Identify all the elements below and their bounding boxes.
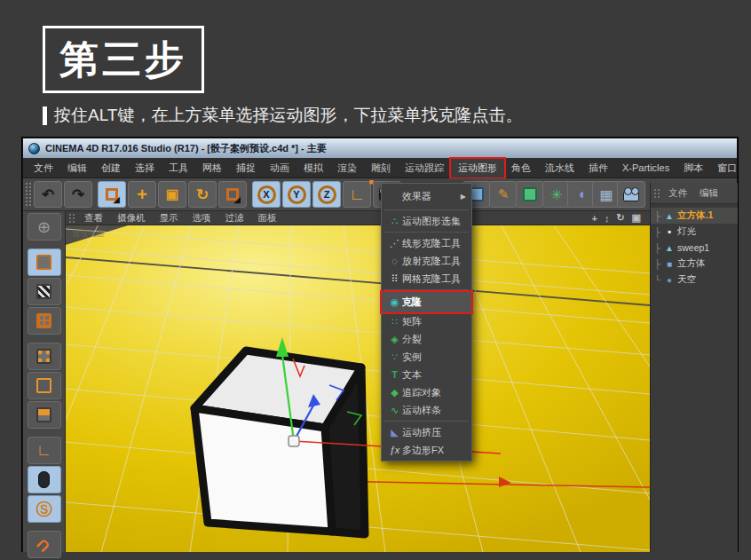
menu-item-animate[interactable]: 动画 bbox=[263, 159, 296, 177]
menu-item-plugins[interactable]: 插件 bbox=[581, 159, 615, 177]
lock-y-button[interactable]: Y bbox=[282, 181, 311, 208]
cube-front-face bbox=[194, 408, 332, 532]
object-manager-tab-edit[interactable]: 编辑 bbox=[693, 187, 724, 200]
menu-item-script[interactable]: 脚本 bbox=[676, 159, 710, 177]
view-label: 透视视图 bbox=[72, 229, 104, 238]
menu-item-xparticles[interactable]: X-Particles bbox=[615, 160, 676, 176]
menu-item-select[interactable]: 选择 bbox=[128, 159, 162, 177]
camera-view-button[interactable]: ⊕ bbox=[28, 213, 61, 241]
rotate-tool-button[interactable]: ↻ bbox=[188, 181, 217, 208]
menu-item-tools[interactable]: 工具 bbox=[162, 159, 195, 177]
redo-icon: ↷ bbox=[72, 185, 84, 204]
object-row-cube[interactable]: ├ ■ 立方体 bbox=[651, 256, 738, 272]
pen-spline-button[interactable]: ✎ bbox=[489, 181, 518, 208]
grid-clone-icon: ⠿ bbox=[387, 273, 402, 285]
dropdown-item-instance[interactable]: ∵ 实例 bbox=[382, 348, 471, 366]
viewport-menu-options[interactable]: 选项 bbox=[186, 212, 218, 225]
dropdown-item-moextrude[interactable]: ◣ 运动挤压 bbox=[382, 423, 471, 441]
viewport-menu-display[interactable]: 显示 bbox=[153, 212, 186, 225]
workplane-mode-icon bbox=[36, 313, 51, 328]
dropdown-item-matrix[interactable]: ∷ 矩阵 bbox=[382, 312, 471, 330]
dropdown-item-grid-clone-tool[interactable]: ⠿ 网格克隆工具 bbox=[382, 270, 471, 288]
object-manager-tab-file[interactable]: 文件 bbox=[662, 187, 693, 200]
viewport-zoom-icon[interactable]: ↕ bbox=[601, 213, 613, 224]
menu-item-mesh[interactable]: 网格 bbox=[195, 159, 229, 177]
dropdown-item-radial-clone-tool[interactable]: ◌ 放射克隆工具 bbox=[382, 252, 471, 270]
fracture-icon: ◈ bbox=[387, 334, 402, 345]
dropdown-item-text[interactable]: T 文本 bbox=[382, 366, 471, 383]
subdivision-surface-button[interactable] bbox=[516, 181, 544, 208]
sweep-object-icon: ▲ bbox=[663, 243, 676, 253]
main-toolbar: ↶ ↷ ◢ + ▣ ↻ ◢ X Y Z ∟■ bbox=[23, 178, 737, 211]
x-axis-icon: X bbox=[257, 185, 276, 204]
recent-tool-button[interactable]: ◢ bbox=[218, 181, 247, 208]
menu-item-snap[interactable]: 捕捉 bbox=[229, 159, 263, 177]
menu-item-window[interactable]: 窗口 bbox=[710, 159, 744, 177]
menu-item-mograph[interactable]: 运动图形 bbox=[451, 159, 504, 177]
object-row-sweep1[interactable]: ├ ▲ sweep1 bbox=[651, 240, 738, 256]
polygons-mode-button[interactable] bbox=[28, 401, 61, 429]
matrix-icon: ∷ bbox=[387, 316, 402, 327]
dropdown-item-tracer[interactable]: ◆ 追踪对象 bbox=[382, 383, 471, 401]
menu-item-help[interactable]: 帮助 bbox=[744, 159, 751, 177]
move-tool-button[interactable]: + bbox=[128, 181, 156, 208]
menu-item-render[interactable]: 渲染 bbox=[330, 159, 364, 177]
menu-item-simulate[interactable]: 模拟 bbox=[296, 159, 330, 177]
cloner-icon: ◉ bbox=[387, 296, 402, 308]
coordinate-system-button[interactable]: ∟■ bbox=[343, 181, 371, 208]
model-mode-button[interactable] bbox=[28, 248, 61, 276]
menu-item-motion-tracker[interactable]: 运动跟踪 bbox=[398, 159, 451, 177]
redo-button[interactable]: ↷ bbox=[64, 181, 92, 208]
snap-button[interactable]: Ⓢ bbox=[28, 495, 61, 523]
object-row-cube1[interactable]: ├ ▲ 立方体.1 bbox=[651, 208, 738, 224]
lock-z-button[interactable]: Z bbox=[312, 181, 341, 208]
dropdown-item-polyfx[interactable]: ƒx 多边形FX bbox=[382, 441, 471, 459]
axis-mode-button[interactable]: ∟ bbox=[28, 437, 61, 464]
menu-item-create[interactable]: 创建 bbox=[94, 159, 128, 177]
viewport-rotate-icon[interactable]: ↻ bbox=[613, 212, 628, 224]
texture-mode-button[interactable] bbox=[28, 278, 61, 305]
menu-item-pipeline[interactable]: 流水线 bbox=[538, 159, 581, 177]
mograph-selection-icon: ∴ bbox=[387, 216, 402, 227]
dropdown-item-cloner[interactable]: ◉ 克隆 bbox=[382, 292, 471, 312]
scale-tool-button[interactable]: ▣ bbox=[158, 181, 186, 208]
edges-mode-button[interactable] bbox=[28, 372, 61, 399]
object-row-sky[interactable]: └ ● 天空 bbox=[651, 272, 738, 288]
viewport-menu-camera[interactable]: 摄像机 bbox=[110, 212, 153, 225]
workplane-mode-button[interactable] bbox=[28, 307, 61, 335]
viewport-3d[interactable]: 透视视图 bbox=[66, 225, 650, 552]
viewport-menu-panel[interactable]: 面板 bbox=[251, 212, 284, 225]
menu-item-edit[interactable]: 编辑 bbox=[60, 159, 94, 177]
menu-item-sculpt[interactable]: 雕刻 bbox=[364, 159, 398, 177]
live-selection-button[interactable]: ◢ bbox=[98, 181, 126, 208]
undo-button[interactable]: ↶ bbox=[34, 181, 62, 208]
viewport-solo-button[interactable] bbox=[28, 466, 61, 493]
dropdown-item-fracture[interactable]: ◈ 分裂 bbox=[382, 330, 471, 348]
object-manager-grip[interactable] bbox=[653, 188, 660, 199]
menu-item-character[interactable]: 角色 bbox=[504, 159, 538, 177]
points-mode-button[interactable] bbox=[28, 343, 61, 370]
viewport-pan-icon[interactable]: + bbox=[588, 213, 600, 224]
dropdown-item-mograph-selection[interactable]: ∴ 运动图形选集 bbox=[382, 212, 471, 230]
viewport-maximize-icon[interactable]: ▣ bbox=[628, 212, 644, 224]
lock-x-button[interactable]: X bbox=[252, 181, 281, 208]
dropdown-separator bbox=[384, 209, 469, 210]
dropdown-item-effectors[interactable]: 效果器 ▶ bbox=[382, 185, 471, 208]
viewport-menu-view[interactable]: 查看 bbox=[77, 212, 110, 225]
viewport-grip[interactable] bbox=[68, 213, 75, 224]
viewport-menu-filter[interactable]: 过滤 bbox=[218, 212, 251, 225]
dice-cube[interactable] bbox=[194, 351, 365, 534]
dropdown-separator bbox=[384, 421, 469, 422]
menu-item-file[interactable]: 文件 bbox=[27, 159, 60, 177]
object-manager-panel: 文件 编辑 ├ ▲ 立方体.1 ├ ▪ 灯光 ├ ▲ sweep1 ├ ■ 立 bbox=[650, 183, 738, 552]
title-bar[interactable]: CINEMA 4D R17.016 Studio (R17) - [骰子案例预设… bbox=[23, 138, 737, 158]
magnet-button[interactable]: U bbox=[28, 531, 61, 558]
dropdown-item-mospline[interactable]: ∿ 运动样条 bbox=[382, 401, 471, 419]
object-row-light[interactable]: ├ ▪ 灯光 bbox=[651, 224, 738, 240]
moextrude-icon: ◣ bbox=[387, 427, 402, 438]
viewport-menu-bar: 查看 摄像机 显示 选项 过滤 面板 + ↕ ↻ ▣ bbox=[66, 211, 650, 225]
dropdown-item-linear-clone-tool[interactable]: ⋰ 线形克隆工具 bbox=[382, 234, 471, 252]
camera-button[interactable] bbox=[617, 181, 645, 208]
toolbar-grip[interactable] bbox=[25, 182, 31, 207]
tutorial-page: { "page": { "background": "#3a3a3a" }, "… bbox=[0, 0, 751, 560]
